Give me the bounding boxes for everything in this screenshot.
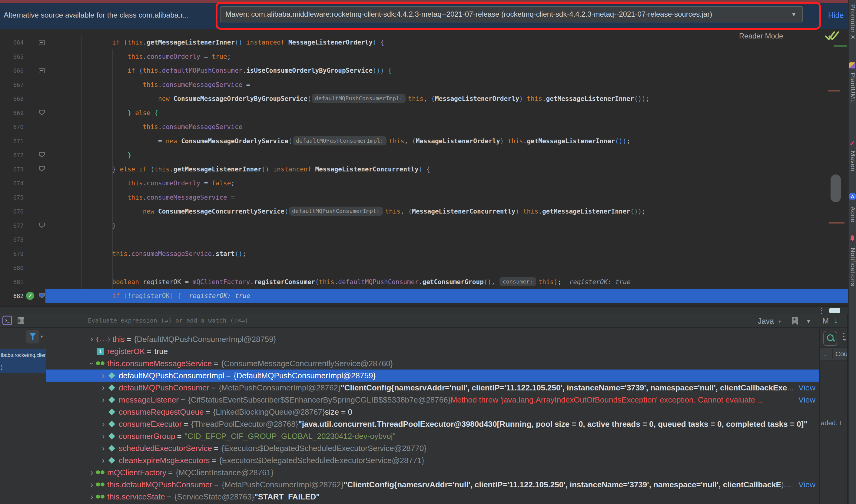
- line-number[interactable]: 681: [0, 275, 24, 289]
- variables-panel[interactable]: ›{...}this={DefaultMQPushConsumerImpl@28…: [46, 328, 819, 504]
- view-value-link[interactable]: View: [797, 382, 816, 394]
- breakpoint-check-icon[interactable]: ✓: [26, 292, 34, 300]
- code-line[interactable]: 674 this.consumeOrderly = false;: [0, 176, 848, 191]
- source-jar-combobox[interactable]: Maven: com.alibaba.middleware:rocketmq-c…: [220, 6, 803, 22]
- error-stripe-mark[interactable]: [829, 222, 844, 223]
- code-line[interactable]: 667 this.consumeMessageService =: [0, 78, 848, 92]
- variable-row[interactable]: ›defaultMQPushConsumer={MetaPushConsumer…: [46, 382, 819, 394]
- hide-banner-link[interactable]: Hide: [828, 11, 843, 20]
- maven-check-icon[interactable]: ✓: [849, 139, 855, 147]
- tool-stripe-plantuml[interactable]: PlantUML: [849, 73, 856, 103]
- editor-scrollbar-thumb[interactable]: [831, 175, 841, 202]
- history-dropdown-icon[interactable]: ▼: [806, 318, 812, 325]
- code-line[interactable]: 677 }: [0, 219, 848, 233]
- code-editor[interactable]: 664 if (this.getMessageListenerInner() i…: [0, 29, 848, 307]
- code-line[interactable]: 668 new ConsumeMessageOrderlyByGroupServ…: [0, 92, 848, 106]
- plantuml-icon[interactable]: [849, 62, 855, 69]
- line-number[interactable]: 674: [0, 176, 24, 191]
- variable-row[interactable]: ›cleanExpireMsgExecutors={Executors$Dele…: [46, 454, 819, 466]
- evaluate-expression-input[interactable]: Evaluate expression (↵) or add a watch (…: [88, 317, 248, 324]
- tool-stripe-aone[interactable]: Aone: [849, 206, 856, 222]
- fold-marker-icon[interactable]: [39, 68, 45, 73]
- panel-splitter-strip[interactable]: [0, 307, 848, 314]
- expand-chevron-icon[interactable]: ›: [99, 370, 107, 382]
- line-number[interactable]: 675: [0, 191, 24, 205]
- line-number[interactable]: 679: [0, 247, 24, 261]
- double-check-icon[interactable]: [824, 30, 840, 42]
- line-number[interactable]: 669: [0, 106, 24, 120]
- variable-row[interactable]: ›mQClientFactory={MQClientInstance@28761…: [46, 466, 819, 479]
- line-number[interactable]: 670: [0, 120, 24, 134]
- minimize-panel-icon[interactable]: [830, 308, 840, 313]
- expand-chevron-icon[interactable]: ›: [99, 442, 107, 454]
- language-selector[interactable]: Java: [758, 317, 774, 326]
- expand-chevron-icon[interactable]: ›: [88, 491, 96, 503]
- variable-row[interactable]: ›this.consumeMessageService={ConsumeMess…: [46, 357, 819, 370]
- fold-marker-icon[interactable]: [39, 293, 45, 298]
- code-line[interactable]: 683 this.serviceState = ServiceState.CRE…: [0, 303, 848, 307]
- expand-chevron-icon[interactable]: ›: [99, 382, 107, 394]
- panel-divider[interactable]: [46, 314, 46, 504]
- variable-row[interactable]: consumeRequestQueue={LinkedBlockingQueue…: [46, 406, 819, 418]
- line-number[interactable]: 677: [0, 219, 24, 233]
- fold-marker-icon[interactable]: [39, 166, 45, 172]
- variable-row[interactable]: ›consumeExecutor={ThreadPoolExecutor@287…: [46, 418, 819, 430]
- view-value-link[interactable]: View: [797, 394, 816, 406]
- code-line[interactable]: 680: [0, 261, 848, 275]
- fold-marker-icon[interactable]: [39, 152, 45, 158]
- code-line[interactable]: 669 } else {: [0, 106, 848, 120]
- fold-marker-icon[interactable]: [39, 40, 45, 45]
- reader-mode-label[interactable]: Reader Mode: [739, 32, 783, 40]
- line-number[interactable]: 678: [0, 233, 24, 247]
- code-line[interactable]: 675 this.consumeMessageService =: [0, 191, 848, 205]
- code-line[interactable]: 672 }: [0, 148, 848, 162]
- fold-marker-icon[interactable]: [39, 110, 45, 115]
- code-line[interactable]: 681 boolean registerOK = mQClientFactory…: [0, 275, 848, 289]
- tool-stripe-promoter-x[interactable]: Promoter X: [849, 4, 856, 39]
- combobox-arrow-icon[interactable]: ▼: [790, 11, 797, 18]
- code-line[interactable]: 673 } else if (this.getMessageListenerIn…: [0, 162, 848, 177]
- tool-stripe-notifications[interactable]: Notifications: [849, 248, 856, 286]
- variable-row[interactable]: 1registerOK=true: [46, 345, 819, 357]
- line-number[interactable]: 671: [0, 134, 24, 148]
- code-line[interactable]: 678: [0, 233, 848, 247]
- variable-row[interactable]: ›{...}this={DefaultMQPushConsumerImpl@28…: [46, 333, 819, 345]
- load-classes-icon[interactable]: ↓: [834, 315, 838, 325]
- filter-dropdown-arrow-icon[interactable]: ▾: [40, 334, 43, 339]
- notifications-bell-icon[interactable]: [849, 235, 855, 242]
- expand-chevron-icon[interactable]: ›: [99, 454, 107, 466]
- frame-row[interactable]: ibaba.rocketmq.client.: [0, 349, 46, 361]
- frames-panel[interactable]: ▾ ibaba.rocketmq.client.): [0, 328, 46, 504]
- line-number[interactable]: 667: [0, 78, 24, 92]
- line-number[interactable]: 664: [0, 35, 24, 50]
- line-number[interactable]: 683: [0, 303, 24, 307]
- error-stripe-mark[interactable]: [828, 90, 840, 91]
- variable-row[interactable]: ›messageListener={CifStatusEventSubscrib…: [46, 394, 819, 406]
- expand-chevron-icon[interactable]: ›: [99, 394, 107, 406]
- expand-chevron-icon[interactable]: ›: [99, 430, 107, 442]
- column-divider[interactable]: [832, 349, 833, 359]
- expand-chevron-icon[interactable]: ›: [88, 479, 96, 491]
- variable-row[interactable]: ›defaultMQPushConsumerImpl={DefaultMQPus…: [46, 370, 819, 382]
- memory-search-button[interactable]: [823, 331, 837, 346]
- code-line[interactable]: 671 = new ConsumeMessageOrderlyService(d…: [0, 134, 848, 148]
- code-line[interactable]: 666 if (this.defaultMQPushConsumer.isUse…: [0, 64, 848, 78]
- aone-icon[interactable]: A: [849, 193, 856, 200]
- variable-row[interactable]: ›this.serviceState={ServiceState@28763} …: [46, 491, 819, 503]
- line-number[interactable]: 682: [0, 289, 24, 303]
- line-number[interactable]: 666: [0, 64, 24, 78]
- tool-stripe-maven[interactable]: Maven: [849, 151, 856, 172]
- line-number[interactable]: 676: [0, 204, 24, 219]
- more-options-icon[interactable]: ⋮: [818, 307, 826, 314]
- code-line[interactable]: 682✓ if (!registerOK) {registerOK: true: [0, 289, 848, 303]
- debugger-console-icon[interactable]: ❯_: [2, 316, 12, 325]
- line-number[interactable]: 673: [0, 162, 24, 177]
- language-selector-arrow-icon[interactable]: ▾: [779, 319, 781, 324]
- expand-chevron-icon[interactable]: ›: [88, 466, 96, 479]
- memory-column-class[interactable]: ..: [823, 348, 827, 360]
- variable-row[interactable]: ›scheduledExecutorService={Executors$Del…: [46, 442, 819, 454]
- expand-chevron-icon[interactable]: ›: [99, 418, 107, 430]
- code-line[interactable]: 664 if (this.getMessageListenerInner() i…: [0, 35, 848, 50]
- line-number[interactable]: 668: [0, 92, 24, 106]
- code-line[interactable]: 665 this.consumeOrderly = true;: [0, 50, 848, 64]
